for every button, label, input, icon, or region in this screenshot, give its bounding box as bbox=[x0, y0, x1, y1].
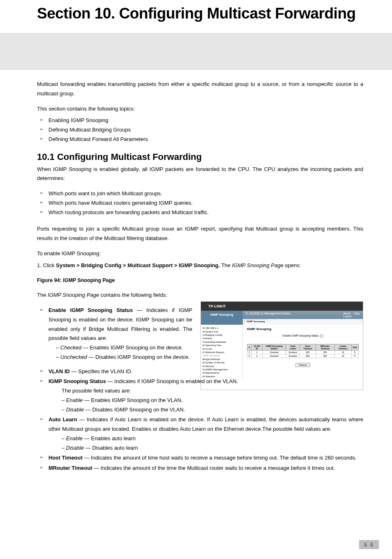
table-row: 22DisabledEnabled26030010✎ bbox=[247, 354, 359, 358]
content-body: Multicast forwarding enables transmittin… bbox=[37, 80, 363, 473]
topic-item: Defining Multicast Forward All Parameter… bbox=[37, 135, 363, 144]
banner-title: TL-SL3428 L2 Management Switch bbox=[245, 312, 291, 315]
sub-paragraph-1: When IGMP Snooping is enabled globally, … bbox=[37, 165, 363, 184]
topic-item: Enabling IGMP Snooping bbox=[37, 116, 363, 125]
determines-list: Which ports want to join which Multicast… bbox=[37, 189, 363, 217]
sub-paragraph-2: Ports requesting to join a specific Mult… bbox=[37, 224, 363, 243]
section-title: Section 10. Configuring Multicast Forwar… bbox=[0, 0, 392, 35]
checkbox-icon bbox=[320, 335, 323, 337]
screenshot-table: # VLAN ID IGMP Snooping Status Auto Lear… bbox=[247, 344, 359, 358]
figure-area: TP-LINK® IGMP Snooping TL-SL3428 L2 Mana… bbox=[37, 291, 363, 362]
step-suffix: opens: bbox=[284, 262, 301, 268]
screenshot-tab: IGMP Snooping bbox=[244, 319, 267, 323]
page-contains: The IGMP Snooping Page contains the foll… bbox=[37, 291, 192, 300]
screenshot-brand: TP-LINK® bbox=[201, 302, 363, 311]
topics-list: Enabling IGMP Snooping Defining Multicas… bbox=[37, 116, 363, 144]
screenshot-heading: IGMP Snooping bbox=[247, 327, 359, 331]
field-host-timeout: Host Timeout — Indicates the amount of t… bbox=[37, 453, 363, 463]
field-mrouter-timeout: MRouter Timeout — Indicates the amount o… bbox=[37, 464, 363, 473]
screenshot-banner: TL-SL3428 L2 Management Switch About Hel… bbox=[243, 311, 363, 319]
intro-paragraph: Multicast forwarding enables transmittin… bbox=[37, 80, 363, 99]
table-row: 11DisabledEnabled26030010✎ bbox=[247, 351, 359, 354]
field-label: Host Timeout bbox=[48, 455, 83, 461]
fields-list: VLAN ID — Specifies the VLAN ID. IGMP Sn… bbox=[37, 367, 363, 473]
step-bold: System > Bridging Config > Multicast Sup… bbox=[56, 262, 220, 268]
field-label: VLAN ID bbox=[48, 368, 70, 374]
field-auto-learn: Auto Learn — Indicates if Auto Learn is … bbox=[37, 415, 363, 453]
topics-intro: This section contains the following topi… bbox=[37, 104, 363, 114]
field-enable-status: Enable IGMP Snooping Status — Indicates … bbox=[37, 306, 192, 362]
step-1: 1. Click System > Bridging Config > Mult… bbox=[37, 261, 363, 270]
figure-caption: Figure 94: IGMP Snooping Page bbox=[37, 277, 363, 283]
field-snoop-status: IGMP Snooping Status — Indicates if IGMP… bbox=[37, 377, 363, 414]
field-desc: — Indicates if Auto Learn is enabled on … bbox=[48, 416, 363, 432]
field-label: MRouter Timeout bbox=[48, 465, 92, 471]
field-label: Auto Learn bbox=[48, 416, 77, 423]
field-desc: — Indicates the amount of time host wait… bbox=[83, 455, 357, 461]
enable-intro: To enable IGMP Snooping: bbox=[37, 249, 363, 259]
banner-link: About bbox=[344, 312, 350, 315]
field-label: Enable IGMP Snooping Status bbox=[48, 307, 133, 313]
list-item: Which ports have Multicast routers gener… bbox=[37, 199, 363, 208]
list-item: Which routing protocols are forwarding p… bbox=[37, 208, 363, 217]
field-desc: — Indicates if IGMP Snooping is enabled … bbox=[106, 378, 238, 384]
screenshot-enable-label: Enable IGMP Snooping Status bbox=[283, 334, 319, 337]
list-item: Which ports want to join which Multicast… bbox=[37, 189, 363, 199]
subsection-heading: 10.1 Configuring Multicast Forwarding bbox=[37, 152, 363, 162]
field-desc: — Specifies the VLAN ID. bbox=[70, 368, 132, 374]
banner-link: Help bbox=[354, 312, 360, 315]
banner-link: Logout bbox=[344, 315, 352, 318]
topic-item: Defining Multicast Bridging Groups bbox=[37, 125, 363, 135]
step-prefix: 1. Click bbox=[37, 262, 56, 268]
screenshot-page-label: IGMP Snooping bbox=[201, 311, 243, 319]
field-desc: — Indicates the amount of the time the M… bbox=[92, 465, 335, 471]
step-mid: The bbox=[220, 262, 232, 268]
field-label: IGMP Snooping Status bbox=[48, 378, 106, 384]
page-number: 6 6 bbox=[359, 540, 379, 549]
step-italic: IGMP Snooping Page bbox=[232, 262, 283, 268]
field-vlan-id: VLAN ID — Specifies the VLAN ID. bbox=[37, 367, 363, 377]
